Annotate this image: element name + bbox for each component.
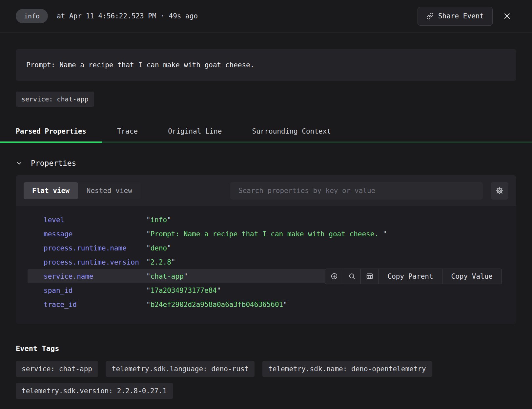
property-row-process.runtime.name[interactable]: process.runtime.name"deno" bbox=[28, 241, 502, 255]
event-timestamp: at Apr 11 4:56:22.523 PM · 49s ago bbox=[57, 12, 198, 20]
tab-original-line[interactable]: Original Line bbox=[153, 123, 237, 143]
plus-circle-icon bbox=[331, 273, 338, 280]
service-chip[interactable]: service: chat-app bbox=[16, 92, 94, 107]
properties-toolbar: Flat view Nested view bbox=[16, 175, 516, 206]
copy-parent-button[interactable]: Copy Parent bbox=[378, 269, 442, 284]
properties-settings-button[interactable] bbox=[491, 182, 508, 200]
event-header-left: info at Apr 11 4:56:22.523 PM · 49s ago bbox=[16, 9, 198, 23]
property-key: service.name bbox=[44, 272, 146, 280]
property-value: "2.2.8" bbox=[146, 258, 175, 266]
property-value: "Prompt: Name a recipe that I can make w… bbox=[146, 230, 387, 238]
flat-view-button[interactable]: Flat view bbox=[24, 182, 78, 199]
close-button[interactable] bbox=[498, 7, 516, 25]
property-rows: level"info"message"Prompt: Name a recipe… bbox=[16, 206, 516, 324]
event-header: info at Apr 11 4:56:22.523 PM · 49s ago … bbox=[0, 0, 532, 32]
event-tag[interactable]: service: chat-app bbox=[16, 361, 98, 377]
event-message: Prompt: Name a recipe that I can make wi… bbox=[16, 49, 516, 81]
property-row-actions: Copy Parent Copy Value bbox=[325, 269, 502, 284]
close-icon bbox=[502, 11, 512, 21]
share-event-button[interactable]: Share Event bbox=[418, 7, 493, 26]
property-key: message bbox=[44, 230, 146, 238]
properties-card: Flat view Nested view level bbox=[16, 175, 516, 324]
property-value: "chat-app" bbox=[146, 272, 188, 280]
property-row-level[interactable]: level"info" bbox=[28, 213, 502, 227]
property-key: process.runtime.name bbox=[44, 244, 146, 252]
property-row-process.runtime.version[interactable]: process.runtime.version"2.2.8" bbox=[28, 255, 502, 269]
tabs: Parsed PropertiesTraceOriginal LineSurro… bbox=[0, 123, 532, 143]
search-value-button[interactable] bbox=[343, 269, 361, 284]
event-tags-list: service: chat-apptelemetry.sdk.language:… bbox=[16, 361, 516, 399]
nested-view-button[interactable]: Nested view bbox=[78, 182, 141, 199]
tab-surrounding-context[interactable]: Surrounding Context bbox=[237, 123, 346, 143]
search-properties-input[interactable] bbox=[230, 182, 483, 200]
tab-trace[interactable]: Trace bbox=[102, 123, 153, 143]
event-tag[interactable]: telemetry.sdk.name: deno-opentelemetry bbox=[262, 361, 432, 377]
properties-section-header[interactable]: Properties bbox=[16, 159, 532, 167]
tab-parsed-properties[interactable]: Parsed Properties bbox=[0, 123, 102, 143]
add-filter-button[interactable] bbox=[325, 269, 343, 284]
property-value: "deno" bbox=[146, 244, 171, 252]
level-badge: info bbox=[16, 9, 48, 23]
search-icon bbox=[348, 273, 356, 280]
property-row-message[interactable]: message"Prompt: Name a recipe that I can… bbox=[28, 227, 502, 241]
property-key: level bbox=[44, 216, 146, 224]
property-value: "17a2034973177e84" bbox=[146, 287, 221, 294]
property-row-trace_id[interactable]: trace_id"b24ef2902d2a958a0a6a3fb04636560… bbox=[28, 297, 502, 312]
event-tags-title: Event Tags bbox=[16, 344, 516, 353]
share-event-label: Share Event bbox=[438, 12, 484, 20]
view-toggle: Flat view Nested view bbox=[24, 182, 141, 199]
chevron-down-icon bbox=[16, 160, 23, 167]
event-tag[interactable]: telemetry.sdk.version: 2.2.8-0.27.1 bbox=[16, 383, 173, 399]
property-key: span_id bbox=[44, 287, 146, 294]
property-key: process.runtime.version bbox=[44, 258, 146, 266]
event-tag[interactable]: telemetry.sdk.language: deno-rust bbox=[106, 361, 255, 377]
properties-section-title: Properties bbox=[31, 159, 76, 167]
property-key: trace_id bbox=[44, 301, 146, 309]
event-header-right: Share Event bbox=[418, 7, 516, 26]
link-icon bbox=[426, 12, 434, 20]
copy-value-button[interactable]: Copy Value bbox=[442, 269, 502, 284]
property-value: "b24ef2902d2a958a0a6a3fb046365601" bbox=[146, 301, 287, 309]
property-value: "info" bbox=[146, 216, 171, 224]
property-row-service.name[interactable]: service.name"chat-app" bbox=[28, 269, 502, 283]
gear-icon bbox=[495, 186, 504, 195]
property-row-span_id[interactable]: span_id"17a2034973177e84" bbox=[28, 283, 502, 297]
table-icon bbox=[366, 273, 373, 280]
table-column-button[interactable] bbox=[360, 269, 379, 284]
